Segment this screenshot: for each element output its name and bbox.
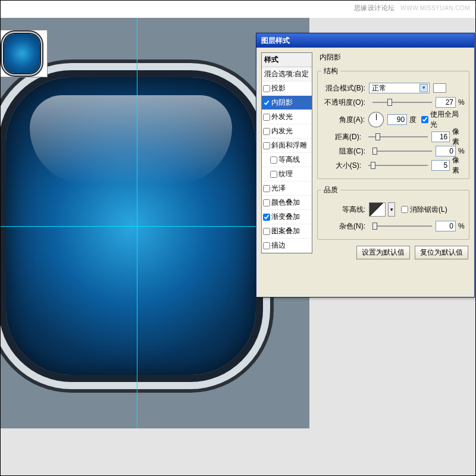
noise-label: 杂色(N): [321, 221, 365, 231]
styles-column: 样式 混合选项:自定 投影内阴影外发光内发光斜面和浮雕等高线纹理光泽颜色叠加渐变… [261, 52, 312, 259]
opacity-input[interactable]: 27 [436, 97, 456, 108]
style-item-10[interactable]: 图案叠加 [262, 224, 312, 239]
dialog-title-text: 图层样式 [261, 36, 290, 45]
distance-label: 距离(D): [321, 132, 361, 142]
distance-unit: 像素 [452, 127, 465, 147]
style-checkbox[interactable] [270, 171, 277, 178]
style-label: 斜面和浮雕 [271, 140, 307, 151]
style-item-5[interactable]: 等高线 [262, 153, 312, 167]
choke-slider[interactable] [372, 149, 432, 153]
structure-legend: 结构 [321, 66, 340, 76]
size-slider[interactable] [368, 164, 428, 167]
blend-mode-select[interactable]: 正常 ▾ [369, 83, 430, 93]
chevron-down-icon: ▾ [419, 84, 428, 92]
quality-legend: 品质 [321, 185, 340, 195]
layer-style-dialog[interactable]: 图层样式 样式 混合选项:自定 投影内阴影外发光内发光斜面和浮雕等高线纹理光泽颜… [256, 33, 475, 298]
style-checkbox[interactable] [263, 242, 270, 249]
antialias-label: 消除锯齿(L) [410, 205, 447, 215]
style-item-8[interactable]: 颜色叠加 [262, 196, 312, 210]
style-item-9[interactable]: 渐变叠加 [262, 210, 312, 224]
style-checkbox[interactable] [263, 228, 270, 235]
vertical-guide[interactable] [137, 18, 137, 428]
panel-title: 内阴影 [317, 52, 469, 62]
style-label: 内阴影 [271, 98, 293, 108]
style-item-7[interactable]: 光泽 [262, 181, 312, 196]
watermark-main: 思缘设计论坛 [354, 4, 395, 11]
angle-label: 角度(A): [321, 115, 365, 125]
style-label: 投影 [271, 83, 286, 93]
antialias-checkbox[interactable]: 消除锯齿(L) [401, 205, 447, 215]
blend-mode-value: 正常 [372, 83, 386, 93]
shadow-color-swatch[interactable] [433, 83, 446, 93]
blend-options-item[interactable]: 混合选项:自定 [262, 67, 312, 82]
contour-dropdown-icon[interactable]: ▾ [388, 202, 395, 217]
style-item-3[interactable]: 内发光 [262, 124, 312, 139]
style-checkbox[interactable] [263, 128, 270, 135]
size-label: 大小(S): [321, 161, 361, 171]
opacity-unit: % [458, 98, 465, 107]
dialog-titlebar[interactable]: 图层样式 [256, 33, 474, 48]
structure-fieldset: 结构 混合模式(B): 正常 ▾ 不透明度(O): 27 % [317, 66, 469, 179]
style-label: 外发光 [271, 112, 293, 122]
distance-input[interactable]: 16 [431, 131, 450, 142]
reset-default-button[interactable]: 复位为默认值 [415, 246, 468, 259]
style-label: 描边 [271, 240, 286, 250]
choke-label: 阻塞(C): [321, 146, 365, 156]
style-label: 光泽 [271, 183, 286, 193]
make-default-button[interactable]: 设置为默认值 [356, 246, 410, 259]
style-checkbox[interactable] [263, 199, 270, 206]
noise-slider[interactable] [372, 224, 432, 228]
blend-mode-label: 混合模式(B): [321, 83, 365, 93]
angle-dial[interactable] [368, 112, 384, 127]
watermark-sub: WWW.MISSYUAN.COM [400, 5, 470, 11]
quality-fieldset: 品质 等高线: ▾ 消除锯齿(L) 杂色(N): 0 % [317, 185, 469, 240]
style-item-6[interactable]: 纹理 [262, 167, 312, 181]
style-checkbox[interactable] [263, 99, 270, 107]
contour-label: 等高线: [321, 205, 365, 215]
angle-unit: 度 [409, 115, 416, 125]
thumbnail-inner [4, 34, 40, 73]
contour-swatch[interactable] [369, 202, 386, 217]
choke-unit: % [458, 147, 465, 155]
style-item-11[interactable]: 描边 [262, 239, 312, 253]
styles-list[interactable]: 样式 混合选项:自定 投影内阴影外发光内发光斜面和浮雕等高线纹理光泽颜色叠加渐变… [261, 52, 312, 253]
opacity-label: 不透明度(O): [321, 98, 365, 108]
size-input[interactable]: 5 [431, 160, 450, 171]
style-label: 纹理 [278, 169, 293, 179]
style-label: 等高线 [278, 155, 300, 165]
style-checkbox[interactable] [263, 85, 270, 92]
style-checkbox[interactable] [263, 214, 270, 221]
style-checkbox[interactable] [263, 142, 270, 149]
style-label: 图案叠加 [271, 226, 300, 236]
style-checkbox[interactable] [263, 185, 270, 192]
style-item-1[interactable]: 内阴影 [262, 96, 312, 110]
style-label: 颜色叠加 [271, 198, 300, 208]
size-unit: 像素 [452, 155, 465, 176]
style-item-0[interactable]: 投影 [262, 82, 312, 96]
watermark: 思缘设计论坛 WWW.MISSYUAN.COM [354, 4, 470, 12]
style-item-2[interactable]: 外发光 [262, 110, 312, 124]
thumbnail-icon [0, 30, 48, 77]
opacity-slider[interactable] [372, 101, 432, 104]
noise-unit: % [458, 222, 465, 230]
inner-shadow-panel: 内阴影 结构 混合模式(B): 正常 ▾ 不透明度(O): 27 [312, 52, 469, 259]
noise-input[interactable]: 0 [436, 221, 456, 231]
styles-header[interactable]: 样式 [262, 53, 312, 67]
glass-highlight [30, 95, 232, 184]
distance-slider[interactable] [368, 135, 428, 139]
style-checkbox[interactable] [270, 156, 277, 164]
angle-input[interactable]: 90 [387, 114, 408, 125]
style-item-4[interactable]: 斜面和浮雕 [262, 139, 312, 153]
style-checkbox[interactable] [263, 114, 270, 121]
style-label: 内发光 [271, 126, 293, 136]
style-label: 渐变叠加 [271, 212, 300, 222]
